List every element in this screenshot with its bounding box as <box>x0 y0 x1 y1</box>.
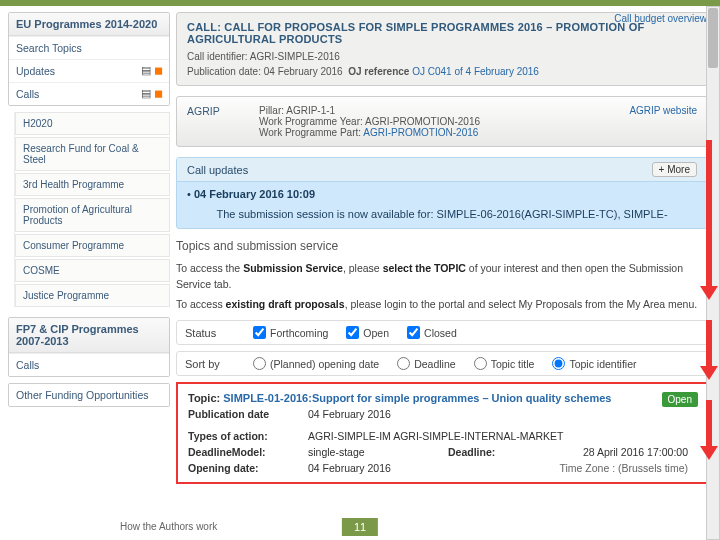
topic-deadline-label: Deadline: <box>448 446 528 458</box>
wpy-label: Work Programme Year: <box>259 116 363 127</box>
radio-deadline[interactable]: Deadline <box>397 357 455 370</box>
annotation-arrow-3 <box>702 400 716 460</box>
sortby-filter-row: Sort by (Planned) opening date Deadline … <box>176 351 708 376</box>
txt: , please login to the portal and select … <box>345 298 698 310</box>
checkbox-closed[interactable]: Closed <box>407 326 457 339</box>
call-title: CALL: CALL FOR PROPOSALS FOR SIMPLE PROG… <box>187 21 697 45</box>
sidebar-item-h2020[interactable]: H2020 <box>15 112 170 135</box>
sidebar-item-fp7-calls[interactable]: Calls <box>9 353 169 376</box>
checkbox-input[interactable] <box>407 326 420 339</box>
sidebar-header-eu-programmes: EU Programmes 2014-2020 <box>9 13 169 36</box>
wpp-link[interactable]: AGRI-PROMOTION-2016 <box>363 127 478 138</box>
radio-input[interactable] <box>397 357 410 370</box>
txt: To access the <box>176 262 243 274</box>
sidebar-item-consumer[interactable]: Consumer Programme <box>15 234 170 257</box>
radio-label: (Planned) opening date <box>270 358 379 370</box>
pillar-box: AGRIP Pillar: AGRIP-1-1 Work Programme Y… <box>176 96 708 147</box>
topic-title-link[interactable]: SIMPLE-01-2016:Support for simple progra… <box>223 392 611 404</box>
checkbox-input[interactable] <box>346 326 359 339</box>
topic-types-label: Types of action: <box>188 430 308 442</box>
checkbox-input[interactable] <box>253 326 266 339</box>
status-badge-open: Open <box>662 392 698 407</box>
sidebar-panel-other: Other Funding Opportunities <box>8 383 170 407</box>
sidebar-panel-fp7: FP7 & CIP Programmes 2007-2013 Calls <box>8 317 170 377</box>
call-pub-value: 04 February 2016 <box>264 66 343 77</box>
topic-pub-value: 04 February 2016 <box>308 408 696 420</box>
radio-label: Topic title <box>491 358 535 370</box>
sidebar-item-label: Updates <box>16 65 55 77</box>
topic-label: Topic: <box>188 392 220 404</box>
txt-bold: existing draft proposals <box>226 298 345 310</box>
pillar-value: AGRIP-1-1 <box>286 105 335 116</box>
radio-input[interactable] <box>552 357 565 370</box>
page-layout: EU Programmes 2014-2020 Search Topics Up… <box>0 6 720 490</box>
sidebar-item-3rd-health[interactable]: 3rd Health Programme <box>15 173 170 196</box>
topic-open-label: Opening date: <box>188 462 308 474</box>
sidebar-item-label: Calls <box>16 359 39 371</box>
call-header-box: Call budget overview CALL: CALL FOR PROP… <box>176 12 708 86</box>
txt-bold: Submission Service <box>243 262 343 274</box>
submission-service-info: To access the Submission Service, please… <box>176 261 708 293</box>
txt-red: select the TOPIC <box>383 262 466 274</box>
topic-deadline-value: 28 April 2016 17:00:00 <box>528 446 688 458</box>
sidebar-item-label: H2020 <box>23 118 52 129</box>
radio-input[interactable] <box>474 357 487 370</box>
topic-result-box: Open Topic: SIMPLE-01-2016:Support for s… <box>176 382 708 484</box>
topic-dm-value: single-stage <box>308 446 448 458</box>
status-label: Status <box>185 327 235 339</box>
radio-label: Topic identifier <box>569 358 636 370</box>
sidebar-item-label: Promotion of Agricultural Products <box>23 204 132 226</box>
sidebar-item-calls[interactable]: Calls ▤ ◼ <box>9 82 169 105</box>
radio-topic-title[interactable]: Topic title <box>474 357 535 370</box>
sidebar-item-other-funding[interactable]: Other Funding Opportunities <box>9 384 169 406</box>
oj-reference-link[interactable]: OJ C041 of 4 February 2016 <box>412 66 539 77</box>
radio-input[interactable] <box>253 357 266 370</box>
sidebar: EU Programmes 2014-2020 Search Topics Up… <box>0 6 170 490</box>
sidebar-item-label: Research Fund for Coal & Steel <box>23 143 139 165</box>
topic-types-value: AGRI-SIMPLE-IM AGRI-SIMPLE-INTERNAL-MARK… <box>308 430 696 442</box>
radio-topic-identifier[interactable]: Topic identifier <box>552 357 636 370</box>
topics-section-title: Topics and submission service <box>176 239 708 253</box>
radio-opening-date[interactable]: (Planned) opening date <box>253 357 379 370</box>
sidebar-header-fp7: FP7 & CIP Programmes 2007-2013 <box>9 318 169 353</box>
sidebar-item-label: 3rd Health Programme <box>23 179 124 190</box>
annotation-arrow-1 <box>702 140 716 300</box>
txt: , please <box>343 262 383 274</box>
annotation-arrow-2 <box>702 320 716 380</box>
call-updates-header: Call updates <box>187 164 248 176</box>
sidebar-item-justice[interactable]: Justice Programme <box>15 284 170 307</box>
status-filter-row: Status Forthcoming Open Closed <box>176 320 708 345</box>
sidebar-item-agri-products[interactable]: Promotion of Agricultural Products <box>15 198 170 232</box>
oj-reference-label: OJ reference <box>348 66 409 77</box>
draft-proposals-info: To access existing draft proposals, plea… <box>176 297 708 313</box>
update-text: The submission session is now available … <box>187 208 697 220</box>
sidebar-item-rfcs[interactable]: Research Fund for Coal & Steel <box>15 137 170 171</box>
pillar-left-label: AGRIP <box>187 105 247 138</box>
sidebar-item-cosme[interactable]: COSME <box>15 259 170 282</box>
more-button[interactable]: + More <box>652 162 697 177</box>
agrip-website-link[interactable]: AGRIP website <box>629 105 697 116</box>
call-publication-row: Publication date: 04 February 2016 OJ re… <box>187 66 697 77</box>
topic-dm-label: DeadlineModel: <box>188 446 308 458</box>
sidebar-item-label: Other Funding Opportunities <box>16 389 149 401</box>
rss-icon[interactable]: ▤ ◼ <box>141 64 163 77</box>
sidebar-item-updates[interactable]: Updates ▤ ◼ <box>9 59 169 82</box>
call-identifier-value: AGRI-SIMPLE-2016 <box>250 51 340 62</box>
wpy-value: AGRI-PROMOTION-2016 <box>365 116 480 127</box>
wpp-label: Work Programme Part: <box>259 127 361 138</box>
sidebar-item-label: Calls <box>16 88 39 100</box>
pillar-label: Pillar: <box>259 105 284 116</box>
checkbox-forthcoming[interactable]: Forthcoming <box>253 326 328 339</box>
checkbox-open[interactable]: Open <box>346 326 389 339</box>
scrollbar-thumb[interactable] <box>708 8 718 68</box>
rss-icon[interactable]: ▤ ◼ <box>141 87 163 100</box>
call-budget-overview-link[interactable]: Call budget overview <box>614 13 707 24</box>
sidebar-item-search-topics[interactable]: Search Topics <box>9 36 169 59</box>
sidebar-item-label: Justice Programme <box>23 290 109 301</box>
checkbox-label: Forthcoming <box>270 327 328 339</box>
topic-timezone: Time Zone : (Brussels time) <box>528 462 688 474</box>
sidebar-panel-eu-programmes: EU Programmes 2014-2020 Search Topics Up… <box>8 12 170 106</box>
sidebar-item-label: Consumer Programme <box>23 240 124 251</box>
page-number: 11 <box>342 518 378 536</box>
checkbox-label: Closed <box>424 327 457 339</box>
